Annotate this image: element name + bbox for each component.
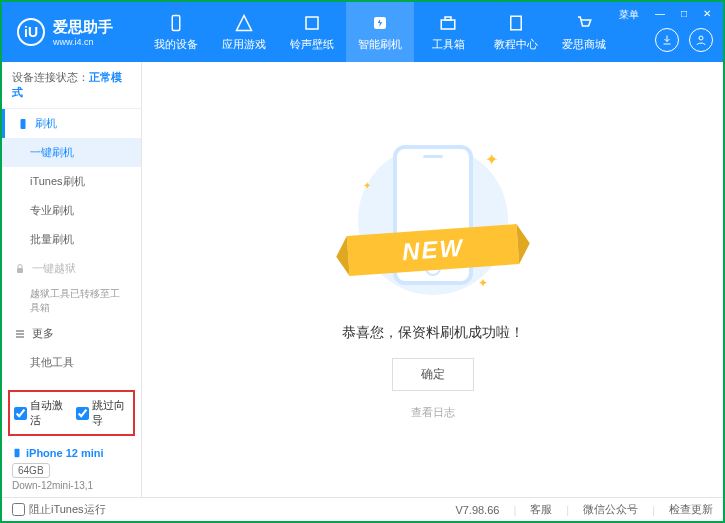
menu-more-group[interactable]: 更多 <box>2 319 141 348</box>
apps-icon <box>234 13 254 33</box>
option-checkboxes: 自动激活 跳过向导 <box>8 390 135 436</box>
nav-apps[interactable]: 应用游戏 <box>210 2 278 62</box>
app-url: www.i4.cn <box>53 37 113 47</box>
footer: 阻止iTunes运行 V7.98.66| 客服| 微信公众号| 检查更新 <box>2 497 723 521</box>
device-capacity: 64GB <box>12 463 50 478</box>
svg-rect-1 <box>306 17 318 29</box>
footer-right: V7.98.66| 客服| 微信公众号| 检查更新 <box>455 502 713 517</box>
auto-activate-checkbox[interactable]: 自动激活 <box>14 398 68 428</box>
body: 设备连接状态：正常模式 刷机 一键刷机 iTunes刷机 专业刷机 批量刷机 一… <box>2 62 723 497</box>
success-message: 恭喜您，保资料刷机成功啦！ <box>342 324 524 342</box>
minimize-button[interactable]: — <box>651 6 669 24</box>
svg-rect-4 <box>445 17 451 20</box>
skip-guide-checkbox[interactable]: 跳过向导 <box>76 398 130 428</box>
menu-oneclick-flash[interactable]: 一键刷机 <box>2 138 141 167</box>
svg-rect-5 <box>511 16 522 30</box>
sidebar: 设备连接状态：正常模式 刷机 一键刷机 iTunes刷机 专业刷机 批量刷机 一… <box>2 62 142 497</box>
phone-icon <box>12 446 22 460</box>
service-link[interactable]: 客服 <box>530 502 552 517</box>
svg-rect-0 <box>172 15 180 30</box>
device-version: Down-12mini-13,1 <box>12 480 131 491</box>
main-nav: 我的设备 应用游戏 铃声壁纸 智能刷机 工具箱 教程中心 爱思商城 <box>142 2 618 62</box>
connection-status: 设备连接状态：正常模式 <box>2 62 141 109</box>
svg-rect-3 <box>441 20 455 29</box>
close-button[interactable]: ✕ <box>699 6 715 24</box>
wallpaper-icon <box>302 13 322 33</box>
svg-rect-7 <box>21 119 26 129</box>
logo-icon: iU <box>17 18 45 46</box>
download-button[interactable] <box>655 28 679 52</box>
app-name: 爱思助手 <box>53 18 113 37</box>
svg-point-6 <box>699 36 703 40</box>
menu-itunes-flash[interactable]: iTunes刷机 <box>2 167 141 196</box>
svg-rect-8 <box>17 268 23 273</box>
menu-batch-flash[interactable]: 批量刷机 <box>2 225 141 254</box>
window-controls: 菜单 — □ ✕ <box>615 6 715 24</box>
wechat-link[interactable]: 微信公众号 <box>583 502 638 517</box>
nav-toolbox[interactable]: 工具箱 <box>414 2 482 62</box>
svg-rect-9 <box>15 449 20 457</box>
success-illustration: ✦✦✦ NEW <box>363 140 503 300</box>
block-itunes-checkbox[interactable]: 阻止iTunes运行 <box>12 502 106 517</box>
nav-store[interactable]: 爱思商城 <box>550 2 618 62</box>
version-label: V7.98.66 <box>455 504 499 516</box>
device-info[interactable]: iPhone 12 mini 64GB Down-12mini-13,1 <box>2 440 141 497</box>
flash-icon <box>370 13 390 33</box>
nav-flash[interactable]: 智能刷机 <box>346 2 414 62</box>
user-button[interactable] <box>689 28 713 52</box>
toolbox-icon <box>438 13 458 33</box>
nav-my-device[interactable]: 我的设备 <box>142 2 210 62</box>
cart-icon <box>574 13 594 33</box>
phone-icon <box>17 118 29 130</box>
jailbreak-note: 越狱工具已转移至工具箱 <box>2 283 141 319</box>
menu-download-fw[interactable]: 下载固件 <box>2 377 141 386</box>
main-content: ✦✦✦ NEW 恭喜您，保资料刷机成功啦！ 确定 查看日志 <box>142 62 723 497</box>
maximize-button[interactable]: □ <box>677 6 691 24</box>
device-name: iPhone 12 mini <box>12 446 131 460</box>
phone-icon <box>166 13 186 33</box>
footer-left: 阻止iTunes运行 <box>12 502 106 517</box>
nav-ringtones[interactable]: 铃声壁纸 <box>278 2 346 62</box>
lock-icon <box>14 263 26 275</box>
side-menu: 刷机 一键刷机 iTunes刷机 专业刷机 批量刷机 一键越狱 越狱工具已转移至… <box>2 109 141 386</box>
nav-tutorial[interactable]: 教程中心 <box>482 2 550 62</box>
menu-icon[interactable]: 菜单 <box>615 6 643 24</box>
book-icon <box>506 13 526 33</box>
header-actions <box>655 28 713 52</box>
menu-pro-flash[interactable]: 专业刷机 <box>2 196 141 225</box>
menu-other-tools[interactable]: 其他工具 <box>2 348 141 377</box>
list-icon <box>14 328 26 340</box>
view-log-link[interactable]: 查看日志 <box>411 405 455 420</box>
menu-flash-group[interactable]: 刷机 <box>2 109 141 138</box>
menu-jailbreak[interactable]: 一键越狱 <box>2 254 141 283</box>
header: 菜单 — □ ✕ iU 爱思助手 www.i4.cn 我的设备 应用游戏 铃声壁… <box>2 2 723 62</box>
update-link[interactable]: 检查更新 <box>669 502 713 517</box>
logo: iU 爱思助手 www.i4.cn <box>2 18 142 47</box>
confirm-button[interactable]: 确定 <box>392 358 474 391</box>
app-window: 菜单 — □ ✕ iU 爱思助手 www.i4.cn 我的设备 应用游戏 铃声壁… <box>0 0 725 523</box>
